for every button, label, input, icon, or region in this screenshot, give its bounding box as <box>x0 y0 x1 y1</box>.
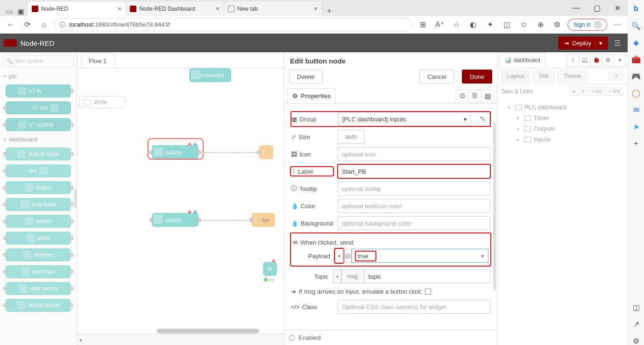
canvas-node-connected[interactable]: connected <box>189 68 231 82</box>
payload-value-select[interactable]: true ▾ <box>352 249 488 263</box>
background-input[interactable]: optional background color <box>338 216 490 230</box>
icon-input[interactable]: optional icon <box>338 147 490 161</box>
sidebar-more-icon[interactable]: ▾ <box>614 54 626 66</box>
enabled-toggle[interactable] <box>289 335 295 341</box>
group-select[interactable]: [PLC dashboard] Inputs ▾ <box>338 112 471 126</box>
search-icon[interactable]: 🔍 <box>632 21 640 30</box>
sidebar-debug-icon[interactable]: 🐞 <box>590 54 602 66</box>
back-button[interactable]: ← <box>4 18 17 31</box>
input-port[interactable] <box>149 150 153 154</box>
main-menu-button[interactable]: ☰ <box>611 36 624 49</box>
browser-tab-1[interactable]: Node-RED Dashboard ✕ <box>126 2 224 16</box>
browser-tab-0[interactable]: Node-RED ✕ <box>28 2 126 16</box>
close-icon[interactable]: ✕ <box>215 6 220 12</box>
close-icon[interactable]: ✕ <box>117 6 122 12</box>
palette-node-numeric[interactable]: numeric <box>6 248 71 261</box>
tree-group-inputs[interactable]: ▸Inputs <box>499 134 626 145</box>
extension-icon[interactable]: ◐ <box>467 18 480 31</box>
sidebar-info-icon[interactable]: i <box>567 54 579 66</box>
size-button[interactable]: auto <box>338 130 365 144</box>
topic-input[interactable]: topic <box>365 269 490 283</box>
sidebar-tab-dashboard[interactable]: 📊 dashboard <box>499 54 545 66</box>
palette-node-slider[interactable]: slider <box>6 232 71 245</box>
toggle-palette-button[interactable]: ▸ <box>80 337 83 343</box>
add-tab-button[interactable]: + tab <box>587 87 606 96</box>
node-appearance-icon[interactable]: ▦ <box>481 89 494 102</box>
favorite-icon[interactable]: ☆ <box>450 18 463 31</box>
bing-icon[interactable]: b <box>632 5 640 13</box>
chevron-down-icon[interactable]: ▾ <box>595 40 602 47</box>
done-button[interactable]: Done <box>462 70 492 84</box>
palette-node-dropdown[interactable]: dropdown <box>6 198 71 211</box>
palette-node-text-input[interactable]: text input <box>6 265 71 278</box>
shopping-icon[interactable]: ◆ <box>632 38 640 47</box>
window-minimize-button[interactable]: — <box>566 0 587 16</box>
favorites-bar-icon[interactable]: ✩ <box>517 18 530 31</box>
url-input[interactable]: ⓘ localhost:1880/#flow/476b5e78.8443f <box>54 18 412 31</box>
input-port[interactable] <box>149 218 153 222</box>
palette-category-dashboard[interactable]: ▾dashboard <box>0 133 77 146</box>
palette-filter-input[interactable]: 🔍 filter nodes <box>3 55 74 67</box>
dashboard-popout-icon[interactable]: ↗ <box>608 70 624 82</box>
palette-category-plc[interactable]: ▾plc <box>0 70 77 83</box>
palette-node-colour-picker[interactable]: colour picker <box>6 299 71 312</box>
color-input[interactable]: optional text/icon color <box>338 199 490 213</box>
label-input[interactable]: Start_PB <box>338 164 490 178</box>
add-icon[interactable]: ＋ <box>632 139 640 148</box>
sidebar-help-icon[interactable]: 🕮 <box>579 54 591 66</box>
subtab-theme[interactable]: Theme <box>558 70 587 82</box>
refresh-button[interactable]: ⟳ <box>21 18 34 31</box>
expand-all-button[interactable]: ▸ <box>570 87 579 96</box>
translate-icon[interactable]: ⊞ <box>416 18 429 31</box>
close-icon[interactable]: ✕ <box>313 6 318 12</box>
collapse-all-button[interactable]: ▾ <box>579 87 588 96</box>
palette-node-s7-out[interactable]: s7 out <box>6 101 71 114</box>
signin-button[interactable]: Sign in <box>567 19 607 31</box>
subtab-layout[interactable]: Layout <box>501 70 530 82</box>
wire[interactable] <box>201 152 260 153</box>
canvas-node-button[interactable]: button <box>152 145 198 159</box>
home-button[interactable]: ⌂ <box>37 18 50 31</box>
palette-node-led[interactable]: led <box>6 164 71 177</box>
games-icon[interactable]: 🎮 <box>632 72 640 80</box>
site-info-icon[interactable]: ⓘ <box>59 21 65 29</box>
palette-node-button-state[interactable]: Button State <box>6 148 71 161</box>
input-port[interactable] <box>257 150 261 154</box>
canvas-node-function-2[interactable]: ƒ fun <box>252 213 275 227</box>
cancel-button[interactable]: Cancel <box>419 70 454 84</box>
canvas-node-function-1[interactable]: ƒ <box>259 145 273 159</box>
collections-icon[interactable]: ⊕ <box>534 18 547 31</box>
settings-icon[interactable]: ⚙ <box>632 337 640 345</box>
emulate-checkbox[interactable] <box>425 289 431 295</box>
output-port[interactable] <box>197 218 201 222</box>
tree-group-timer[interactable]: ▸Timer <box>499 113 626 123</box>
tooltip-input[interactable]: optional tooltip <box>338 182 490 196</box>
input-port[interactable] <box>249 218 253 222</box>
performance-icon[interactable]: ⚙ <box>551 18 564 31</box>
office-icon[interactable]: ◯ <box>632 89 640 97</box>
tab-actions-icon[interactable]: ▭ <box>6 7 13 16</box>
palette-node-button[interactable]: button <box>6 181 71 194</box>
class-input[interactable]: Optional CSS class name(s) for widget <box>338 300 490 314</box>
deploy-button[interactable]: ⇥ Deploy ▾ <box>558 36 608 49</box>
payload-type-dropdown[interactable]: ▾ <box>335 249 343 263</box>
send-icon[interactable]: ➤ <box>632 122 640 131</box>
output-port[interactable] <box>197 150 201 154</box>
flow-tab-1[interactable]: Flow 1 <box>82 54 115 68</box>
tree-group-outputs[interactable]: ▸Outputs <box>499 123 626 134</box>
tree-tab-plc-dashboard[interactable]: ▾PLC dashboard <box>499 102 626 113</box>
canvas-node-switch[interactable]: switch <box>152 213 198 227</box>
palette-node-s7-in[interactable]: s7 in <box>6 84 71 98</box>
delete-button[interactable]: Delete <box>289 70 323 84</box>
comment-node[interactable]: Write <box>79 96 126 108</box>
side-panel-icon[interactable]: ◫ <box>632 303 640 311</box>
more-icon[interactable]: ⋯ <box>611 18 624 31</box>
node-docs-icon[interactable]: 🗎 <box>468 89 481 102</box>
canvas-node-w[interactable]: W <box>263 262 277 276</box>
browser-tab-2[interactable]: New tab ✕ <box>224 2 322 16</box>
wire[interactable] <box>201 220 253 221</box>
properties-tab[interactable]: ⚙ Properties <box>287 88 336 103</box>
extensions-icon[interactable]: ✦ <box>483 18 496 31</box>
window-close-button[interactable]: ✕ <box>607 0 628 16</box>
share-icon[interactable]: ↗ <box>632 320 640 328</box>
